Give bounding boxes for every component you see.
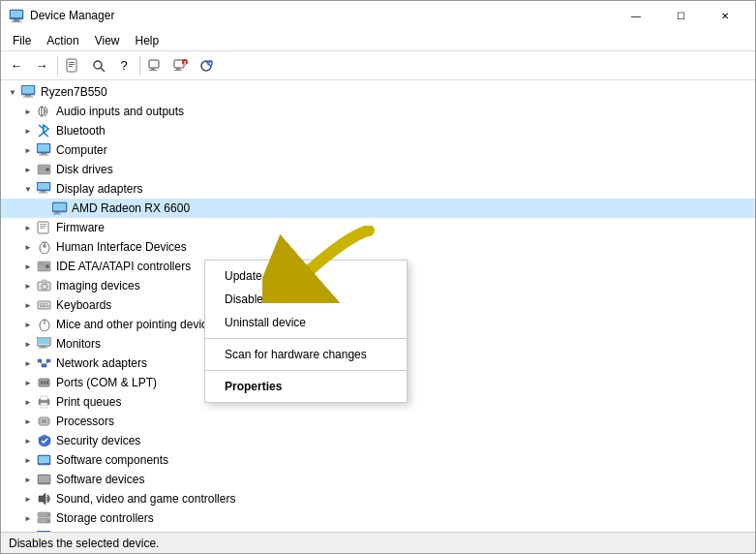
menu-action[interactable]: Action bbox=[39, 32, 86, 49]
svg-rect-41 bbox=[55, 212, 59, 214]
expand-bluetooth[interactable]: ► bbox=[20, 121, 36, 140]
tree-storage[interactable]: ► Storage controllers bbox=[1, 508, 755, 528]
tree-system[interactable]: ► System devices bbox=[1, 528, 755, 532]
computer-icon bbox=[20, 84, 38, 100]
tree-disk[interactable]: ► Disk drives bbox=[1, 160, 755, 179]
expand-sound[interactable]: ► bbox=[20, 489, 36, 508]
expand-root[interactable]: ▼ bbox=[5, 82, 20, 102]
expand-firmware[interactable]: ► bbox=[20, 218, 36, 237]
toolbar-properties[interactable] bbox=[62, 54, 85, 77]
tree-amd[interactable]: AMD Radeon RX 6600 bbox=[1, 199, 755, 218]
menu-help[interactable]: Help bbox=[128, 32, 167, 49]
toolbar-back[interactable]: ← bbox=[5, 54, 28, 77]
expand-print[interactable]: ► bbox=[20, 392, 36, 412]
svg-rect-66 bbox=[38, 338, 49, 345]
svg-rect-42 bbox=[53, 214, 61, 215]
audio-label: Audio inputs and outputs bbox=[56, 105, 184, 118]
ide-label: IDE ATA/ATAPI controllers bbox=[56, 260, 191, 273]
tree-audio[interactable]: ► Audio inputs and outputs bbox=[1, 102, 755, 121]
tree-hid[interactable]: ► Human Interface Devices bbox=[1, 237, 755, 257]
firmware-icon bbox=[36, 220, 53, 235]
ctx-disable-device[interactable]: Disable device bbox=[205, 288, 407, 311]
security-label: Security devices bbox=[56, 434, 140, 447]
svg-rect-77 bbox=[46, 381, 48, 385]
expand-amd[interactable] bbox=[36, 199, 51, 218]
status-text: Disables the selected device. bbox=[9, 537, 159, 550]
toolbar-help[interactable]: ? bbox=[112, 54, 136, 77]
expand-audio[interactable]: ► bbox=[20, 102, 36, 121]
status-bar: Disables the selected device. bbox=[1, 532, 755, 553]
tree-firmware[interactable]: ► Firmware bbox=[1, 218, 755, 237]
hid-label: Human Interface Devices bbox=[56, 240, 187, 254]
expand-network[interactable]: ► bbox=[20, 354, 36, 373]
processors-label: Processors bbox=[56, 415, 114, 428]
svg-point-51 bbox=[45, 264, 49, 268]
tree-sw-components[interactable]: ► Software components bbox=[1, 450, 755, 470]
toolbar-forward[interactable]: → bbox=[30, 54, 53, 77]
tree-computer[interactable]: ► Computer bbox=[1, 140, 755, 160]
svg-line-72 bbox=[40, 362, 44, 364]
svg-line-9 bbox=[101, 68, 105, 72]
monitor-icon bbox=[36, 336, 53, 352]
expand-mice[interactable]: ► bbox=[20, 315, 36, 334]
ctx-properties[interactable]: Properties bbox=[205, 375, 407, 398]
ctx-sep-1 bbox=[205, 338, 407, 339]
svg-rect-12 bbox=[149, 70, 157, 71]
computer-label: Computer bbox=[56, 143, 107, 157]
tree-security[interactable]: ► Security devices bbox=[1, 431, 755, 450]
tree-processors[interactable]: ► Processors bbox=[1, 412, 755, 431]
toolbar-scan[interactable] bbox=[87, 54, 110, 77]
processor-icon bbox=[36, 414, 53, 429]
svg-rect-23 bbox=[25, 95, 31, 97]
ctx-scan-hardware[interactable]: Scan for hardware changes bbox=[205, 343, 407, 366]
svg-rect-59 bbox=[45, 303, 47, 305]
tree-bluetooth[interactable]: ► Bluetooth bbox=[1, 121, 755, 140]
expand-ports[interactable]: ► bbox=[20, 373, 36, 392]
ports-icon bbox=[36, 375, 53, 390]
sound-icon bbox=[36, 491, 53, 507]
expand-sw-devices[interactable]: ► bbox=[20, 470, 36, 489]
expand-system[interactable]: ► bbox=[20, 528, 36, 532]
ctx-uninstall-device[interactable]: Uninstall device bbox=[205, 311, 407, 334]
sw-components-icon bbox=[36, 452, 53, 468]
expand-keyboards[interactable]: ► bbox=[20, 295, 36, 315]
expand-monitors[interactable]: ► bbox=[20, 334, 36, 354]
mice-label: Mice and other pointing devices bbox=[56, 318, 220, 331]
expand-computer[interactable]: ► bbox=[20, 140, 36, 160]
ctx-update-driver[interactable]: Update driver bbox=[205, 264, 407, 288]
tree-sound[interactable]: ► Sound, video and game controllers bbox=[1, 489, 755, 508]
expand-sw-components[interactable]: ► bbox=[20, 450, 36, 470]
close-button[interactable]: ✕ bbox=[703, 1, 747, 30]
minimize-button[interactable]: — bbox=[614, 1, 658, 30]
svg-point-49 bbox=[43, 244, 46, 248]
menu-file[interactable]: File bbox=[5, 32, 39, 49]
content-area: ▼ Ryzen7B550 ► bbox=[1, 80, 755, 532]
expand-security[interactable]: ► bbox=[20, 431, 36, 450]
toolbar-refresh[interactable]: + bbox=[195, 54, 218, 77]
svg-rect-14 bbox=[176, 68, 180, 70]
maximize-button[interactable]: ☐ bbox=[658, 1, 703, 30]
expand-imaging[interactable]: ► bbox=[20, 276, 36, 295]
tree-display[interactable]: ▼ Display adapters bbox=[1, 179, 755, 199]
expand-processors[interactable]: ► bbox=[20, 412, 36, 431]
svg-rect-60 bbox=[40, 306, 42, 308]
keyboard-icon bbox=[36, 297, 53, 313]
tree-sw-devices[interactable]: ► Software devices bbox=[1, 470, 755, 489]
system-icon bbox=[36, 530, 53, 532]
toolbar-display2[interactable]: X bbox=[169, 54, 193, 77]
svg-rect-10 bbox=[149, 60, 159, 68]
menu-view[interactable]: View bbox=[87, 32, 128, 49]
expand-disk[interactable]: ► bbox=[20, 160, 36, 179]
context-menu: Update driver Disable device Uninstall d… bbox=[204, 260, 408, 403]
bluetooth-label: Bluetooth bbox=[56, 124, 106, 138]
tree-root[interactable]: ▼ Ryzen7B550 bbox=[1, 82, 755, 102]
svg-rect-56 bbox=[38, 301, 50, 309]
expand-display[interactable]: ▼ bbox=[20, 179, 36, 199]
audio-icon bbox=[36, 104, 53, 119]
svg-rect-29 bbox=[41, 153, 46, 155]
expand-ide[interactable]: ► bbox=[20, 257, 36, 276]
svg-rect-4 bbox=[67, 59, 76, 72]
expand-storage[interactable]: ► bbox=[20, 508, 36, 528]
expand-hid[interactable]: ► bbox=[20, 237, 36, 257]
toolbar-display1[interactable] bbox=[144, 54, 167, 77]
